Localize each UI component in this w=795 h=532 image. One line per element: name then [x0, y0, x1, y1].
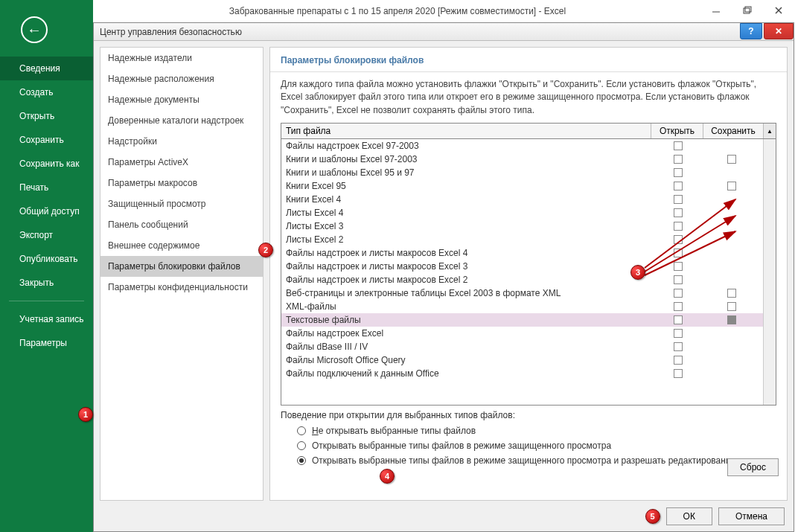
file-type-label: Файлы надстроек Excel	[286, 328, 651, 339]
dialog-close-button[interactable]: ✕	[764, 23, 794, 39]
cancel-button[interactable]: Отмена	[718, 507, 785, 525]
sidebar-item-4[interactable]: Сохранить как	[0, 152, 93, 176]
table-row[interactable]: Файлы надстроек и листы макросов Excel 2	[281, 273, 763, 286]
table-row[interactable]: Файлы надстроек Excel 97-2003	[281, 139, 763, 153]
category-item-11[interactable]: Параметры конфиденциальности	[100, 277, 263, 298]
category-item-1[interactable]: Надежные расположения	[100, 68, 263, 89]
table-row[interactable]: Веб-страницы и электронные таблицы Excel…	[281, 286, 763, 300]
table-scrollbar[interactable]	[763, 139, 776, 405]
save-checkbox[interactable]	[727, 289, 736, 298]
sidebar-item-0[interactable]: Сведения	[0, 57, 93, 80]
sidebar-item-2[interactable]: Открыть	[0, 104, 93, 128]
file-type-label: Листы Excel 4	[286, 208, 651, 218]
sidebar-item-1[interactable]: Создать	[0, 80, 93, 104]
category-item-8[interactable]: Панель сообщений	[100, 214, 263, 235]
file-type-label: Книги Excel 95	[286, 181, 651, 191]
file-type-label: Книги и шаблоны Excel 97-2003	[286, 154, 651, 164]
table-row[interactable]: Файлы надстроек Excel	[281, 327, 763, 340]
annotation-3: 3	[630, 265, 645, 280]
behavior-section: Поведение при открытии для выбранных тип…	[270, 406, 787, 472]
table-row[interactable]: Книги и шаблоны Excel 97-2003	[281, 153, 763, 166]
open-checkbox[interactable]	[674, 182, 683, 190]
svg-rect-1	[744, 8, 750, 13]
behavior-option-0[interactable]: Не открывать выбранные типы файлов	[281, 423, 776, 438]
sidebar-item-8[interactable]: Опубликовать	[0, 247, 93, 271]
category-item-10[interactable]: Параметры блокировки файлов	[100, 256, 263, 277]
category-item-9[interactable]: Внешнее содержимое	[100, 235, 263, 256]
sidebar-item-6[interactable]: Общий доступ	[0, 199, 93, 223]
open-checkbox[interactable]	[674, 342, 683, 351]
open-checkbox[interactable]	[674, 249, 683, 257]
open-checkbox[interactable]	[674, 222, 683, 231]
sidebar-item2-1[interactable]: Параметры	[0, 331, 93, 355]
sidebar-item2-0[interactable]: Учетная запись	[0, 307, 93, 331]
close-button[interactable]	[770, 3, 788, 18]
table-row[interactable]: Файлы Microsoft Office Query	[281, 353, 763, 367]
window-titlebar: Забракованные препараты с 1 по 15 апреля…	[0, 0, 795, 22]
open-checkbox[interactable]	[674, 235, 683, 244]
behavior-option-2[interactable]: Открывать выбранные типы файлов в режиме…	[281, 453, 776, 468]
table-row[interactable]: Файлы надстроек и листы макросов Excel 4	[281, 246, 763, 260]
table-row[interactable]: Листы Excel 2	[281, 233, 763, 246]
open-checkbox[interactable]	[674, 208, 683, 217]
open-checkbox[interactable]	[674, 356, 683, 365]
open-checkbox[interactable]	[674, 302, 683, 311]
category-item-5[interactable]: Параметры ActiveX	[100, 152, 263, 173]
open-checkbox[interactable]	[674, 329, 683, 338]
minimize-button[interactable]	[707, 3, 725, 18]
open-checkbox[interactable]	[674, 369, 683, 378]
category-item-2[interactable]: Надежные документы	[100, 89, 263, 110]
file-type-label: Файлы надстроек и листы макросов Excel 4	[286, 248, 651, 258]
scroll-up-icon[interactable]: ▲	[763, 124, 776, 138]
restore-button[interactable]	[738, 3, 756, 18]
table-row[interactable]: Листы Excel 3	[281, 219, 763, 233]
save-checkbox[interactable]	[727, 315, 736, 324]
save-checkbox[interactable]	[727, 302, 736, 311]
category-item-3[interactable]: Доверенные каталоги надстроек	[100, 110, 263, 131]
save-checkbox[interactable]	[727, 182, 736, 190]
file-type-label: Файлы надстроек и листы макросов Excel 3	[286, 261, 651, 272]
table-row[interactable]: Книги Excel 95	[281, 179, 763, 193]
behavior-option-1[interactable]: Открывать выбранные типы файлов в режиме…	[281, 438, 776, 453]
table-row[interactable]: Файлы dBase III / IV	[281, 340, 763, 353]
table-row[interactable]: Файлы надстроек и листы макросов Excel 3	[281, 260, 763, 273]
open-checkbox[interactable]	[674, 168, 683, 177]
open-checkbox[interactable]	[674, 315, 683, 324]
reset-button[interactable]: Сброс	[727, 458, 779, 476]
file-type-label: Файлы dBase III / IV	[286, 342, 651, 352]
table-row[interactable]: XML-файлы	[281, 300, 763, 313]
table-row[interactable]: Текстовые файлы	[281, 313, 763, 327]
category-item-4[interactable]: Надстройки	[100, 131, 263, 152]
trust-center-dialog: Центр управления безопасностью ? ✕ Надеж…	[93, 22, 794, 532]
ok-button[interactable]: ОК	[666, 507, 712, 525]
file-type-label: Веб-страницы и электронные таблицы Excel…	[286, 288, 651, 298]
category-item-6[interactable]: Параметры макросов	[100, 173, 263, 193]
radio-icon	[297, 441, 306, 450]
file-type-label: Листы Excel 2	[286, 234, 651, 245]
open-checkbox[interactable]	[674, 141, 683, 150]
open-checkbox[interactable]	[674, 289, 683, 298]
category-item-0[interactable]: Надежные издатели	[100, 48, 263, 68]
behavior-option-label: Открывать выбранные типы файлов в режиме…	[312, 455, 735, 466]
open-checkbox[interactable]	[674, 195, 683, 204]
table-row[interactable]: Книги Excel 4	[281, 193, 763, 206]
back-button[interactable]: ←	[21, 16, 48, 43]
table-row[interactable]: Листы Excel 4	[281, 206, 763, 219]
open-checkbox[interactable]	[674, 262, 683, 271]
category-item-7[interactable]: Защищенный просмотр	[100, 193, 263, 214]
sidebar-item-5[interactable]: Печать	[0, 176, 93, 199]
open-checkbox[interactable]	[674, 155, 683, 164]
file-type-label: Файлы Microsoft Office Query	[286, 355, 651, 365]
table-row[interactable]: Файлы подключений к данным Office	[281, 367, 763, 380]
dialog-title: Центр управления безопасностью	[100, 27, 242, 37]
open-checkbox[interactable]	[674, 275, 683, 284]
file-type-label: Листы Excel 3	[286, 221, 651, 231]
sidebar-item-7[interactable]: Экспорт	[0, 223, 93, 247]
table-row[interactable]: Книги и шаблоны Excel 95 и 97	[281, 166, 763, 179]
sidebar-item-9[interactable]: Закрыть	[0, 271, 93, 295]
dialog-help-button[interactable]: ?	[740, 23, 762, 39]
sidebar-item-3[interactable]: Сохранить	[0, 128, 93, 152]
annotation-5: 5	[645, 509, 660, 524]
file-type-table: Файлы надстроек Excel 97-2003Книги и шаб…	[281, 139, 776, 406]
save-checkbox[interactable]	[727, 155, 736, 164]
